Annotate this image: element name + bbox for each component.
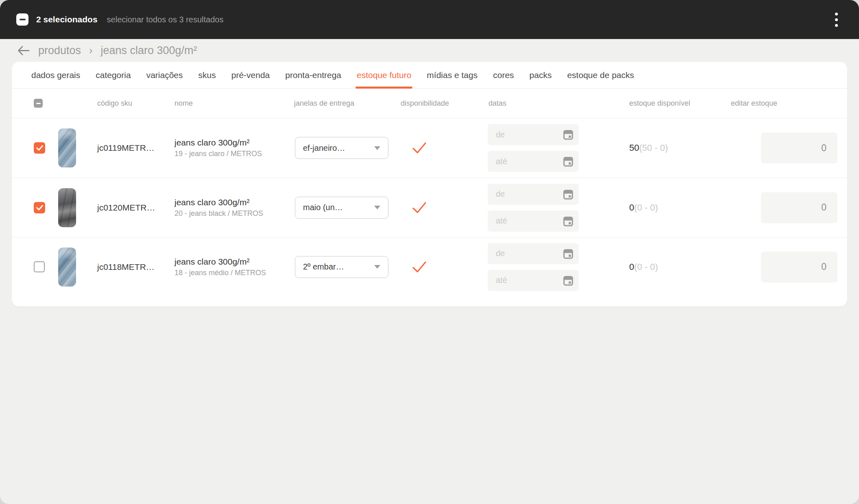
product-name: jeans claro 300g/m² bbox=[174, 257, 288, 267]
breadcrumb-item-produtos[interactable]: produtos bbox=[38, 44, 81, 57]
delivery-window-select[interactable]: 2º embar… bbox=[295, 256, 388, 278]
selection-bar: 2 selecionados selecionar todos os 3 res… bbox=[0, 0, 859, 39]
available-stock-detail: (0 - 0) bbox=[634, 202, 658, 213]
row-checkbox[interactable] bbox=[34, 261, 45, 272]
chevron-down-icon bbox=[374, 265, 380, 269]
product-thumbnail bbox=[58, 248, 76, 287]
indeterminate-minus-icon bbox=[36, 103, 41, 104]
available-stock-detail: (0 - 0) bbox=[634, 262, 658, 272]
tab-variacoes[interactable]: variações bbox=[146, 62, 183, 88]
row-checkbox[interactable] bbox=[34, 142, 45, 154]
delivery-window-select[interactable]: ef-janeiro… bbox=[295, 137, 388, 159]
availability-check-icon bbox=[412, 142, 484, 154]
available-stock-value: 50 bbox=[629, 143, 639, 153]
back-arrow-icon[interactable] bbox=[17, 45, 30, 56]
app-screen: 2 selecionados selecionar todos os 3 res… bbox=[0, 0, 859, 504]
date-from-input[interactable] bbox=[488, 243, 579, 264]
available-stock-value: 0 bbox=[629, 262, 634, 272]
col-header-estoque-disponivel: estoque disponível bbox=[626, 99, 728, 108]
sku-code: jc0118METR… bbox=[97, 262, 174, 272]
sku-code: jc0120METR… bbox=[97, 203, 174, 213]
row-checkbox[interactable] bbox=[34, 202, 45, 213]
product-name: jeans claro 300g/m² bbox=[174, 198, 288, 207]
tab-estoque-futuro[interactable]: estoque futuro bbox=[357, 62, 411, 88]
tab-pre-venda[interactable]: pré-venda bbox=[231, 62, 270, 88]
available-stock-value: 0 bbox=[629, 202, 634, 213]
tab-cores[interactable]: cores bbox=[493, 62, 514, 88]
available-stock-detail: (50 - 0) bbox=[639, 143, 668, 153]
date-to-input[interactable] bbox=[488, 211, 579, 232]
tab-packs[interactable]: packs bbox=[530, 62, 552, 88]
edit-stock-input[interactable] bbox=[761, 192, 837, 223]
date-from-input[interactable] bbox=[488, 184, 579, 205]
tab-bar: dados gerais categoria variações skus pr… bbox=[12, 62, 847, 89]
tab-categoria[interactable]: categoria bbox=[96, 62, 131, 88]
breadcrumb: produtos › jeans claro 300g/m² bbox=[0, 39, 859, 62]
tab-midias-e-tags[interactable]: mídias e tags bbox=[427, 62, 477, 88]
col-header-janelas: janelas de entrega bbox=[288, 99, 395, 108]
header-select-checkbox[interactable] bbox=[34, 99, 43, 108]
product-variant: 18 - jeans médio / METROS bbox=[174, 269, 288, 277]
chevron-down-icon bbox=[374, 206, 380, 209]
kebab-menu-icon[interactable] bbox=[833, 10, 840, 29]
breadcrumb-item-product: jeans claro 300g/m² bbox=[100, 44, 197, 57]
col-header-datas: datas bbox=[484, 99, 626, 108]
table-header-row: código sku nome janelas de entrega dispo… bbox=[12, 89, 847, 118]
chevron-down-icon bbox=[374, 146, 380, 150]
date-to-input[interactable] bbox=[488, 151, 579, 172]
edit-stock-input[interactable] bbox=[761, 252, 837, 282]
product-variant: 20 - jeans black / METROS bbox=[174, 209, 288, 218]
date-to-input[interactable] bbox=[488, 270, 579, 291]
breadcrumb-separator: › bbox=[89, 45, 92, 56]
tab-pronta-entrega[interactable]: pronta-entrega bbox=[285, 62, 341, 88]
table-row: jc0119METR… jeans claro 300g/m² 19 - jea… bbox=[12, 118, 847, 178]
select-all-checkbox[interactable] bbox=[16, 13, 28, 26]
sku-code: jc0119METR… bbox=[97, 143, 174, 153]
tab-dados-gerais[interactable]: dados gerais bbox=[31, 62, 80, 88]
table-row: jc0118METR… jeans claro 300g/m² 18 - jea… bbox=[12, 237, 847, 296]
col-header-editar-estoque: editar estoque bbox=[728, 99, 847, 108]
tab-estoque-de-packs[interactable]: estoque de packs bbox=[567, 62, 634, 88]
col-header-disponibilidade: disponibilidade bbox=[395, 99, 484, 108]
availability-check-icon bbox=[412, 261, 484, 273]
check-icon bbox=[36, 145, 43, 151]
product-thumbnail bbox=[58, 188, 76, 227]
select-all-results-link[interactable]: selecionar todos os 3 resultados bbox=[107, 15, 224, 24]
edit-stock-input[interactable] bbox=[761, 133, 837, 163]
indeterminate-minus-icon bbox=[20, 19, 26, 20]
product-name: jeans claro 300g/m² bbox=[174, 138, 288, 148]
tab-skus[interactable]: skus bbox=[198, 62, 216, 88]
selected-count-label: 2 selecionados bbox=[36, 15, 98, 24]
delivery-window-select[interactable]: maio (un… bbox=[295, 197, 388, 219]
product-variant: 19 - jeans claro / METROS bbox=[174, 150, 288, 158]
date-from-input[interactable] bbox=[488, 124, 579, 145]
content-card: dados gerais categoria variações skus pr… bbox=[12, 62, 847, 306]
product-thumbnail bbox=[58, 128, 76, 167]
col-header-codigo-sku: código sku bbox=[97, 99, 174, 108]
check-icon bbox=[36, 205, 43, 211]
col-header-nome: nome bbox=[174, 99, 288, 108]
table-row: jc0120METR… jeans claro 300g/m² 20 - jea… bbox=[12, 178, 847, 237]
availability-check-icon bbox=[412, 202, 484, 214]
